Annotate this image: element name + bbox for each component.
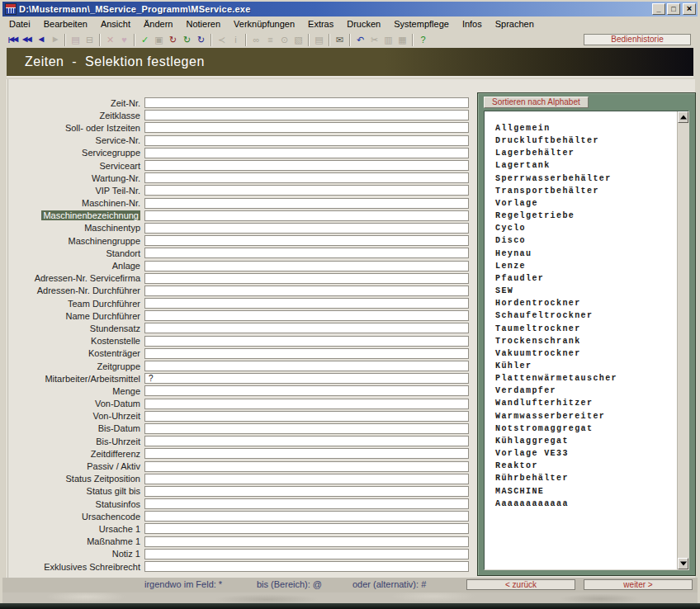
menu-ansicht[interactable]: Ansicht bbox=[94, 17, 137, 31]
scroll-down-button[interactable] bbox=[678, 558, 688, 569]
list-item[interactable]: Vorlage VE33 bbox=[495, 447, 674, 460]
list-item[interactable]: Hordentrockner bbox=[495, 297, 674, 309]
refresh-red-icon[interactable]: ↻ bbox=[166, 33, 180, 46]
field-zeitklasse[interactable] bbox=[144, 110, 469, 120]
list-item[interactable]: Heynau bbox=[495, 248, 674, 260]
next-button[interactable]: weiter > bbox=[584, 579, 693, 590]
scroll-up-button[interactable] bbox=[678, 111, 688, 123]
field-status-gilt-bis[interactable] bbox=[144, 486, 469, 497]
field-maschinen-nr-[interactable] bbox=[144, 198, 469, 209]
minimize-button[interactable]: _ bbox=[652, 3, 665, 15]
field-mitarbeiter-arbeitsmittel[interactable] bbox=[144, 373, 469, 384]
field-maschinenbezeichnung[interactable] bbox=[144, 210, 469, 221]
first-record-icon[interactable]: |◀◀ bbox=[6, 33, 20, 46]
menu-drucken[interactable]: Drucken bbox=[340, 17, 387, 31]
field-ma-nahme-1[interactable] bbox=[144, 536, 469, 547]
field-anlage[interactable] bbox=[144, 261, 469, 271]
list-item[interactable]: Taumeltrockner bbox=[495, 323, 674, 335]
back-button[interactable]: < zurück bbox=[466, 579, 575, 590]
close-button[interactable]: × bbox=[683, 3, 696, 15]
mail-icon[interactable]: ✉ bbox=[333, 33, 347, 46]
list-item[interactable]: Warmwasserbereiter bbox=[495, 410, 674, 423]
sort-alphabet-button[interactable]: Sortieren nach Alphabet bbox=[484, 97, 589, 108]
field-wartung-nr-[interactable] bbox=[144, 172, 469, 183]
list-item[interactable]: Druckluftbehälter bbox=[495, 135, 674, 147]
list-scrollbar[interactable] bbox=[677, 111, 688, 569]
refresh-green-icon[interactable]: ↻ bbox=[180, 33, 194, 46]
confirm-icon[interactable]: ✓ bbox=[138, 33, 152, 46]
field-zeitgruppe[interactable] bbox=[144, 361, 469, 371]
field-bis-uhrzeit[interactable] bbox=[144, 436, 469, 446]
undo-icon[interactable]: ↶ bbox=[353, 33, 367, 46]
field-standort[interactable] bbox=[144, 248, 469, 258]
maximize-button[interactable]: □ bbox=[667, 3, 680, 15]
list-item[interactable]: Regelgetriebe bbox=[495, 210, 674, 222]
list-item[interactable]: Notstromaggregat bbox=[495, 423, 674, 435]
menu--ndern[interactable]: Ändern bbox=[137, 17, 179, 31]
field-vip-teil-nr-[interactable] bbox=[144, 185, 469, 196]
list-item[interactable]: Pfaudler bbox=[495, 272, 674, 285]
list-item[interactable]: Vorlage bbox=[495, 197, 674, 210]
field-zeitdifferenz[interactable] bbox=[144, 448, 469, 459]
field-von-datum[interactable] bbox=[144, 399, 469, 409]
list-item[interactable]: Trockenschrank bbox=[495, 335, 674, 347]
field-zeit-nr-[interactable] bbox=[144, 97, 469, 108]
field-maschinengruppe[interactable] bbox=[144, 235, 469, 246]
menu-sprachen[interactable]: Sprachen bbox=[489, 17, 541, 31]
help-icon[interactable]: ? bbox=[416, 33, 430, 46]
field-serviceart[interactable] bbox=[144, 160, 469, 171]
list-item[interactable]: Schaufeltrockner bbox=[495, 309, 674, 322]
list-item[interactable]: MASCHINE bbox=[495, 485, 674, 498]
list-item[interactable]: Lagerbehälter bbox=[495, 147, 674, 159]
field-servicegruppe[interactable] bbox=[144, 148, 469, 158]
field-team-durchf-hrer[interactable] bbox=[144, 298, 469, 309]
list-item[interactable]: Rührbehälter bbox=[495, 472, 674, 484]
field-stundensatz[interactable] bbox=[144, 323, 469, 333]
list-item[interactable]: Reaktor bbox=[495, 460, 674, 472]
list-item[interactable]: Disco bbox=[495, 234, 674, 247]
field-ursachencode[interactable] bbox=[144, 511, 469, 522]
list-item[interactable]: Cyclo bbox=[495, 222, 674, 234]
list-item[interactable]: Lenze bbox=[495, 260, 674, 272]
field-statusinfos[interactable] bbox=[144, 498, 469, 509]
list-item[interactable]: Vakuumtrockner bbox=[495, 347, 674, 360]
field-notiz-1[interactable] bbox=[144, 549, 469, 559]
field-ursache-1[interactable] bbox=[144, 523, 469, 534]
field-service-nr-[interactable] bbox=[144, 135, 469, 146]
menu-infos[interactable]: Infos bbox=[456, 17, 489, 31]
field-passiv-aktiv[interactable] bbox=[144, 461, 469, 472]
list-item[interactable]: SEW bbox=[495, 285, 674, 297]
field-von-uhrzeit[interactable] bbox=[144, 411, 469, 422]
list-item[interactable]: Kühler bbox=[495, 360, 674, 372]
menu-notieren[interactable]: Notieren bbox=[179, 17, 227, 31]
list-item[interactable]: Transportbehälter bbox=[495, 185, 674, 197]
list-item[interactable]: Wandlufterhitzer bbox=[495, 397, 674, 409]
field-exklusives-schreibrecht[interactable] bbox=[144, 561, 469, 572]
refresh-blue-icon[interactable]: ↻ bbox=[194, 33, 208, 46]
prev-fast-icon[interactable]: ◀◀ bbox=[20, 33, 34, 46]
field-kostentr-ger[interactable] bbox=[144, 348, 469, 359]
menu-verkn-pfungen[interactable]: Verknüpfungen bbox=[227, 17, 301, 31]
field-kostenstelle[interactable] bbox=[144, 336, 469, 347]
list-item[interactable]: Allgemein bbox=[495, 122, 674, 135]
field-bis-datum[interactable] bbox=[144, 423, 469, 434]
field-name-durchf-hrer[interactable] bbox=[144, 310, 469, 321]
menu-datei[interactable]: Datei bbox=[2, 17, 37, 31]
menu-systempflege[interactable]: Systempflege bbox=[387, 17, 456, 31]
field-soll-oder-istzeiten[interactable] bbox=[144, 122, 469, 133]
field-menge[interactable] bbox=[144, 385, 469, 396]
field-status-zeitposition[interactable] bbox=[144, 474, 469, 484]
list-item[interactable]: Plattenwärmetauscher bbox=[495, 372, 674, 385]
list-item[interactable]: Kühlaggregat bbox=[495, 435, 674, 447]
list-item[interactable]: Sperrwasserbehälter bbox=[495, 172, 674, 185]
list-item[interactable]: Lagertank bbox=[495, 159, 674, 172]
menu-extras[interactable]: Extras bbox=[301, 17, 340, 31]
list-item[interactable]: Aaaaaaaaaaaa bbox=[495, 498, 674, 510]
list-item[interactable]: Verdampfer bbox=[495, 385, 674, 397]
prev-record-icon[interactable]: ◀ bbox=[34, 33, 48, 46]
field-maschinentyp[interactable] bbox=[144, 223, 469, 234]
menu-bearbeiten[interactable]: Bearbeiten bbox=[37, 17, 94, 31]
app-icon[interactable] bbox=[5, 3, 17, 15]
field-adressen-nr-durchf-hrer[interactable] bbox=[144, 286, 469, 296]
bedienhistorie-button[interactable]: Bedienhistorie bbox=[584, 34, 691, 45]
